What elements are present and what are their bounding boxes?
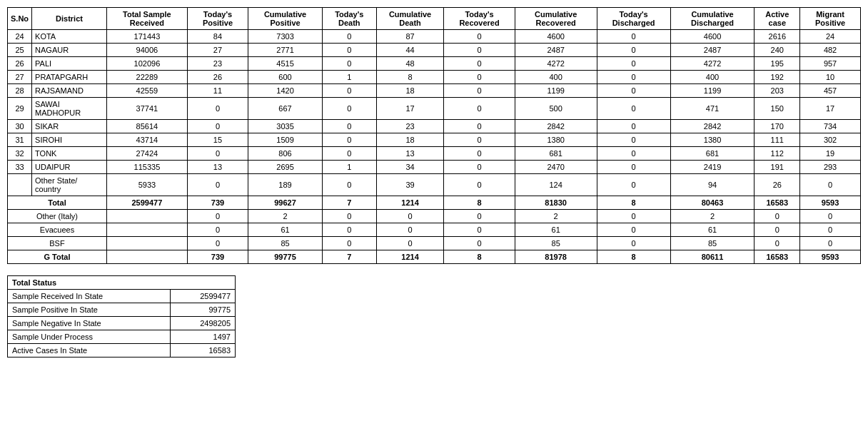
cell-district: SAWAI MADHOPUR — [32, 98, 107, 120]
cell-todays_recovered: 0 — [444, 161, 515, 174]
cell-todays_recovered: 0 — [444, 44, 515, 57]
header-cumulative-discharged: Cumulative Discharged — [670, 8, 755, 30]
cell-todays_death: 0 — [322, 147, 376, 161]
cell-active_case: 192 — [755, 71, 800, 84]
cell-todays_death: 7 — [322, 250, 376, 264]
cell-todays_death: 0 — [322, 98, 376, 120]
cell-cumulative_discharged: 1199 — [670, 84, 755, 98]
table-row: 25NAGAUR940062727710440248702487240482 — [8, 44, 861, 57]
cell-cumulative_recovered: 2470 — [515, 161, 597, 174]
cell-cumulative_death: 0 — [376, 223, 444, 237]
summary-value: 99775 — [171, 303, 236, 317]
cell-active_case: 26 — [755, 174, 800, 196]
cell-cumulative_positive: 4515 — [248, 57, 323, 71]
cell-todays_positive: 23 — [187, 57, 248, 71]
summary-value: 2498205 — [171, 317, 236, 330]
table-row: Other State/ country59330189039012409426… — [8, 174, 861, 196]
header-cumulative-recovered: Cumulative Recovered — [515, 8, 597, 30]
cell-cumulative_death: 23 — [376, 120, 444, 133]
cell-todays_positive: 739 — [187, 196, 248, 210]
table-row: Evacuees0610006106100 — [8, 223, 861, 237]
cell-todays_positive: 13 — [187, 161, 248, 174]
cell-todays_death: 0 — [322, 44, 376, 57]
cell-total_sample — [106, 210, 187, 223]
header-total-sample: Total Sample Received — [106, 8, 187, 30]
cell-migrant_positive: 482 — [800, 44, 861, 57]
cell-todays_discharged: 0 — [597, 44, 670, 57]
table-row: 32TONK2742408060130681068111219 — [8, 147, 861, 161]
cell-total_sample: 43714 — [106, 133, 187, 147]
cell-todays_death: 0 — [322, 30, 376, 44]
cell-migrant_positive: 0 — [800, 237, 861, 250]
cell-active_case: 2616 — [755, 30, 800, 44]
cell-total_sample: 85614 — [106, 120, 187, 133]
cell-cumulative_death: 34 — [376, 161, 444, 174]
summary-table: Total Status Sample Received In State259… — [7, 275, 236, 357]
cell-todays_recovered: 0 — [444, 120, 515, 133]
table-row: G Total739997757121488197888061116583959… — [8, 250, 861, 264]
cell-cumulative_positive: 61 — [248, 223, 323, 237]
cell-todays_discharged: 0 — [597, 174, 670, 196]
cell-cumulative_positive: 2 — [248, 210, 323, 223]
cell-cumulative_discharged: 471 — [670, 98, 755, 120]
cell-cumulative_discharged: 94 — [670, 174, 755, 196]
cell-cumulative_recovered: 4272 — [515, 57, 597, 71]
cell-todays_recovered: 0 — [444, 210, 515, 223]
header-cumulative-death: Cumulative Death — [376, 8, 444, 30]
cell-cumulative_positive: 3035 — [248, 120, 323, 133]
cell-cumulative_discharged: 2487 — [670, 44, 755, 57]
cell-active_case: 16583 — [755, 250, 800, 264]
cell-district: Other State/ country — [32, 174, 107, 196]
cell-cumulative_death: 87 — [376, 30, 444, 44]
cell-active_case: 191 — [755, 161, 800, 174]
cell-cumulative_recovered: 2 — [515, 210, 597, 223]
cell-cumulative_death: 44 — [376, 44, 444, 57]
cell-todays_recovered: 8 — [444, 196, 515, 210]
cell-migrant_positive: 293 — [800, 161, 861, 174]
cell-todays_recovered: 0 — [444, 147, 515, 161]
header-migrant-positive: Migrant Positive — [800, 8, 861, 30]
summary-row: Sample Negative In State2498205 — [8, 317, 236, 330]
cell-todays_recovered: 0 — [444, 133, 515, 147]
header-todays-positive: Today's Positive — [187, 8, 248, 30]
cell-todays_death: 0 — [322, 237, 376, 250]
cell-sno: 33 — [8, 161, 32, 174]
cell-todays_discharged: 0 — [597, 210, 670, 223]
cell-todays_positive: 11 — [187, 84, 248, 98]
table-row: 31SIROHI437141515090180138001380111302 — [8, 133, 861, 147]
cell-migrant_positive: 10 — [800, 71, 861, 84]
summary-label: Sample Positive In State — [8, 303, 171, 317]
cell-total_sample: 94006 — [106, 44, 187, 57]
cell-cumulative_discharged: 2842 — [670, 120, 755, 133]
cell-district: RAJSAMAND — [32, 84, 107, 98]
cell-cumulative_death: 13 — [376, 147, 444, 161]
cell-label: BSF — [8, 237, 107, 250]
cell-migrant_positive: 734 — [800, 120, 861, 133]
table-row: 24KOTA1714438473030870460004600261624 — [8, 30, 861, 44]
cell-todays_discharged: 0 — [597, 133, 670, 147]
cell-todays_death: 0 — [322, 174, 376, 196]
summary-value: 16583 — [171, 344, 236, 357]
cell-total_sample: 171443 — [106, 30, 187, 44]
cell-total_sample: 27424 — [106, 147, 187, 161]
cell-todays_discharged: 0 — [597, 147, 670, 161]
cell-migrant_positive: 17 — [800, 98, 861, 120]
cell-cumulative_discharged: 1380 — [670, 133, 755, 147]
cell-sno: 29 — [8, 98, 32, 120]
cell-migrant_positive: 19 — [800, 147, 861, 161]
cell-migrant_positive: 0 — [800, 174, 861, 196]
cell-active_case: 203 — [755, 84, 800, 98]
cell-cumulative_positive: 85 — [248, 237, 323, 250]
cell-cumulative_recovered: 81978 — [515, 250, 597, 264]
summary-row: Sample Positive In State99775 — [8, 303, 236, 317]
cell-cumulative_discharged: 4600 — [670, 30, 755, 44]
cell-todays_death: 0 — [322, 223, 376, 237]
cell-sno: 25 — [8, 44, 32, 57]
cell-district: NAGAUR — [32, 44, 107, 57]
cell-migrant_positive: 957 — [800, 57, 861, 71]
table-row: 30SIKAR85614030350230284202842170734 — [8, 120, 861, 133]
cell-cumulative_positive: 99775 — [248, 250, 323, 264]
cell-cumulative_discharged: 85 — [670, 237, 755, 250]
cell-cumulative_positive: 2771 — [248, 44, 323, 57]
cell-total_sample: 2599477 — [106, 196, 187, 210]
